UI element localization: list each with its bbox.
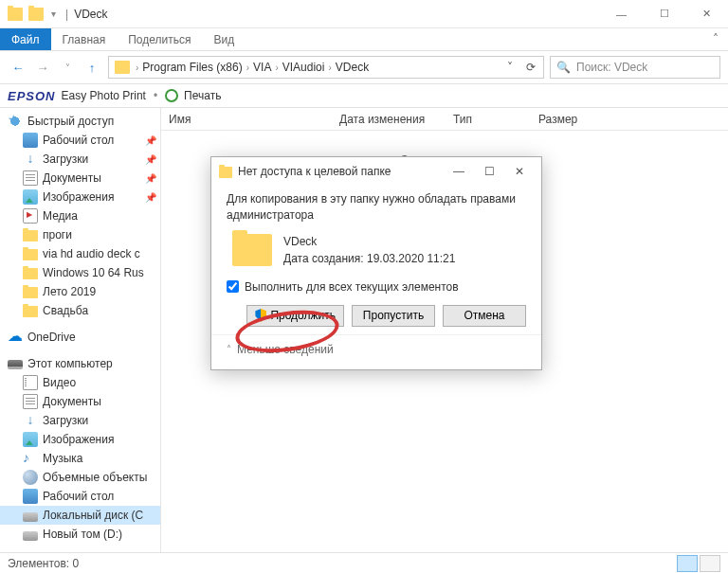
status-bar: Элементов: 0 [0,552,728,573]
chevron-right-icon[interactable]: › [326,63,333,73]
column-type[interactable]: Тип [446,113,531,126]
sidebar-label: Изображения [43,190,114,204]
continue-button[interactable]: Продолжить [246,305,344,327]
sidebar-item[interactable]: проги [0,225,160,244]
sidebar-label: Изображения [43,433,114,446]
chevron-right-icon[interactable]: › [134,63,140,73]
sidebar-item[interactable]: Рабочий стол [0,487,160,506]
sidebar-item[interactable]: Рабочий стол📌 [0,131,160,150]
sidebar-label: Этот компьютер [27,357,113,370]
shield-icon [255,309,266,322]
dialog-folder-info: VDeck Дата создания: 19.03.2020 11:21 [227,233,526,267]
view-details-button[interactable] [677,555,698,572]
sidebar-item[interactable]: Объемные объекты [0,468,160,487]
chevron-right-icon[interactable]: › [273,63,280,73]
sidebar-network[interactable]: Сеть [0,551,160,552]
sidebar-label: Рабочий стол [43,134,114,147]
dialog-titlebar: Нет доступа к целевой папке — ☐ ✕ [211,157,541,186]
print-button[interactable]: Печать [184,89,221,102]
item-icon [23,133,38,148]
dialog-folder-date: Дата создания: 19.03.2020 11:21 [283,250,455,267]
sidebar-item[interactable]: Изображения [0,430,160,449]
sidebar-item[interactable]: Windows 10 64 Rus [0,263,160,282]
nav-recent-dropdown[interactable]: ˅ [57,57,78,78]
sidebar-item[interactable]: Видео [0,373,160,392]
sidebar-item[interactable]: Лето 2019 [0,282,160,301]
sidebar-label: via hd audio deck с [43,247,140,260]
dialog-close-button[interactable]: ✕ [505,160,534,183]
item-icon [23,170,38,186]
epson-toolbar: EPSON Easy Photo Print • Печать [0,83,728,108]
item-icon [23,432,38,447]
tab-home[interactable]: Главная [51,28,118,50]
sidebar-item[interactable]: Документы [0,392,160,411]
cloud-icon [8,330,23,345]
breadcrumb-path[interactable]: › Program Files (x86) › VIA › VIAudioi ›… [108,56,544,79]
chevron-right-icon[interactable]: › [245,63,251,73]
sidebar-item[interactable]: Изображения📌 [0,188,160,206]
item-icon [23,287,38,298]
navigation-sidebar: Быстрый доступ Рабочий стол📌Загрузки📌Док… [0,108,161,552]
dialog-folder-name: VDeck [283,233,455,250]
qat-dropdown-icon[interactable]: ▾ [51,9,56,19]
ribbon-tabs: Файл Главная Поделиться Вид ˄ [0,28,728,51]
search-icon: 🔍 [556,61,571,74]
sidebar-item[interactable]: Новый том (D:) [0,525,160,544]
breadcrumb-segment[interactable]: VDeck [334,61,371,74]
sidebar-label: Документы [43,171,101,185]
item-icon [23,249,38,260]
dialog-apply-all-checkbox[interactable]: Выполнить для всех текущих элементов [227,280,526,294]
nav-back-button[interactable]: ← [8,57,28,78]
ribbon-collapse-icon[interactable]: ˄ [703,28,728,50]
item-icon [23,512,38,522]
sidebar-item[interactable]: Свадьба [0,301,160,320]
column-date[interactable]: Дата изменения [332,113,446,126]
nav-up-button[interactable]: ↑ [82,57,102,78]
star-icon [8,114,23,129]
skip-button[interactable]: Пропустить [352,305,435,327]
sidebar-item[interactable]: Загрузки [0,411,160,430]
folder-icon [219,167,232,178]
dialog-maximize-button[interactable]: ☐ [475,160,503,183]
column-name[interactable]: Имя [161,113,332,126]
maximize-button[interactable]: ☐ [643,0,685,28]
view-icons-button[interactable] [700,555,720,572]
search-input[interactable]: 🔍 Поиск: VDeck [550,56,720,79]
column-size[interactable]: Размер [531,113,607,126]
breadcrumb-segment[interactable]: Program Files (x86) [140,61,244,74]
sidebar-item[interactable]: Документы📌 [0,169,160,188]
sidebar-item[interactable]: Локальный диск (C [0,506,160,525]
breadcrumb-segment[interactable]: VIAudioi [281,61,327,74]
fewer-details-toggle[interactable]: ˄ Меньше сведений [211,334,541,356]
sidebar-label: Рабочий стол [43,490,114,503]
nav-forward-button[interactable]: → [32,57,53,78]
button-label: Пропустить [363,309,424,322]
epson-logo: EPSON [8,89,56,103]
path-dropdown-icon[interactable]: ˅ [500,57,520,78]
tab-file[interactable]: Файл [0,28,51,50]
item-icon [23,152,38,167]
tab-view[interactable]: Вид [202,28,246,50]
breadcrumb-segment[interactable]: VIA [251,61,273,74]
sidebar-quick-access[interactable]: Быстрый доступ [0,112,160,131]
minimize-button[interactable]: — [600,0,643,28]
tab-share[interactable]: Поделиться [117,28,202,50]
sidebar-item[interactable]: via hd audio deck с [0,244,160,263]
folder-icon [8,8,23,21]
checkbox-input[interactable] [227,280,239,293]
dialog-minimize-button[interactable]: — [445,160,473,183]
sidebar-label: Windows 10 64 Rus [43,266,144,279]
sidebar-onedrive[interactable]: OneDrive [0,328,160,347]
sidebar-item[interactable]: Медиа [0,206,160,225]
sidebar-label: Новый том (D:) [43,528,122,541]
sidebar-this-pc[interactable]: Этот компьютер [0,354,160,373]
access-denied-dialog: Нет доступа к целевой папке — ☐ ✕ Для ко… [210,156,542,370]
sidebar-item[interactable]: Загрузки📌 [0,150,160,169]
folder-icon [28,8,44,21]
close-button[interactable]: ✕ [685,0,728,28]
sidebar-item[interactable]: Музыка [0,449,160,468]
dialog-title: Нет доступа к целевой папке [238,165,391,178]
separator: | [65,8,68,21]
refresh-button[interactable]: ⟳ [520,57,541,78]
cancel-button[interactable]: Отмена [443,305,526,327]
